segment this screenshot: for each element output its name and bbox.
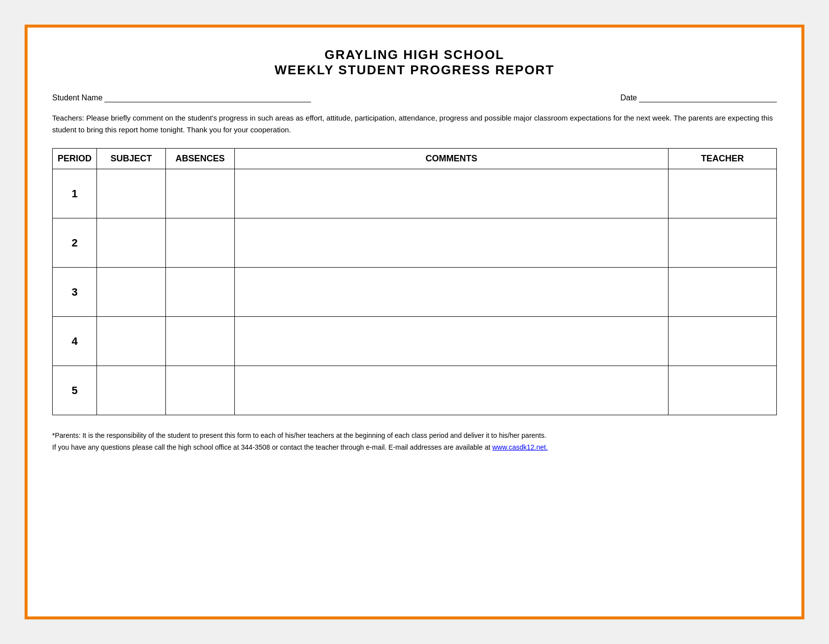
date-line[interactable] — [639, 92, 777, 102]
cell-comments[interactable] — [235, 366, 669, 415]
cell-comments[interactable] — [235, 169, 669, 218]
cell-absences[interactable] — [166, 317, 235, 366]
cell-subject[interactable] — [97, 218, 166, 268]
date-field: Date — [620, 92, 777, 102]
cell-comments[interactable] — [235, 268, 669, 317]
cell-absences[interactable] — [166, 268, 235, 317]
footer-line2: If you have any questions please call th… — [52, 442, 777, 454]
table-row: 2 — [53, 218, 777, 268]
cell-subject[interactable] — [97, 366, 166, 415]
cell-subject[interactable] — [97, 169, 166, 218]
date-label: Date — [620, 93, 637, 102]
footer-text2: If you have any questions please call th… — [52, 443, 492, 451]
title-section: GRAYLING HIGH SCHOOL WEEKLY STUDENT PROG… — [52, 47, 777, 78]
cell-teacher[interactable] — [669, 268, 777, 317]
page-container: GRAYLING HIGH SCHOOL WEEKLY STUDENT PROG… — [25, 25, 804, 619]
table-row: 4 — [53, 317, 777, 366]
cell-absences[interactable] — [166, 218, 235, 268]
cell-teacher[interactable] — [669, 366, 777, 415]
report-table: PERIOD SUBJECT ABSENCES COMMENTS TEACHER… — [52, 148, 777, 415]
cell-period: 2 — [53, 218, 97, 268]
cell-absences[interactable] — [166, 169, 235, 218]
cell-period: 5 — [53, 366, 97, 415]
student-name-line[interactable] — [104, 92, 311, 102]
cell-comments[interactable] — [235, 218, 669, 268]
header-period: PERIOD — [53, 149, 97, 169]
cell-absences[interactable] — [166, 366, 235, 415]
header-subject: SUBJECT — [97, 149, 166, 169]
cell-comments[interactable] — [235, 317, 669, 366]
student-name-label: Student Name — [52, 93, 102, 102]
table-row: 5 — [53, 366, 777, 415]
title-line2: WEEKLY STUDENT PROGRESS REPORT — [52, 62, 777, 78]
header-comments: COMMENTS — [235, 149, 669, 169]
student-date-row: Student Name Date — [52, 92, 777, 102]
footer-section: *Parents: It is the responsibility of th… — [52, 430, 777, 454]
cell-period: 3 — [53, 268, 97, 317]
instructions-text: Teachers: Please briefly comment on the … — [52, 112, 777, 136]
header-absences: ABSENCES — [166, 149, 235, 169]
cell-teacher[interactable] — [669, 169, 777, 218]
cell-period: 1 — [53, 169, 97, 218]
cell-subject[interactable] — [97, 268, 166, 317]
footer-line1: *Parents: It is the responsibility of th… — [52, 430, 777, 442]
cell-subject[interactable] — [97, 317, 166, 366]
cell-teacher[interactable] — [669, 317, 777, 366]
table-row: 1 — [53, 169, 777, 218]
header-teacher: TEACHER — [669, 149, 777, 169]
cell-period: 4 — [53, 317, 97, 366]
table-header-row: PERIOD SUBJECT ABSENCES COMMENTS TEACHER — [53, 149, 777, 169]
table-row: 3 — [53, 268, 777, 317]
student-name-field: Student Name — [52, 92, 311, 102]
footer-link[interactable]: www.casdk12.net. — [492, 443, 548, 451]
cell-teacher[interactable] — [669, 218, 777, 268]
title-line1: GRAYLING HIGH SCHOOL — [52, 47, 777, 62]
